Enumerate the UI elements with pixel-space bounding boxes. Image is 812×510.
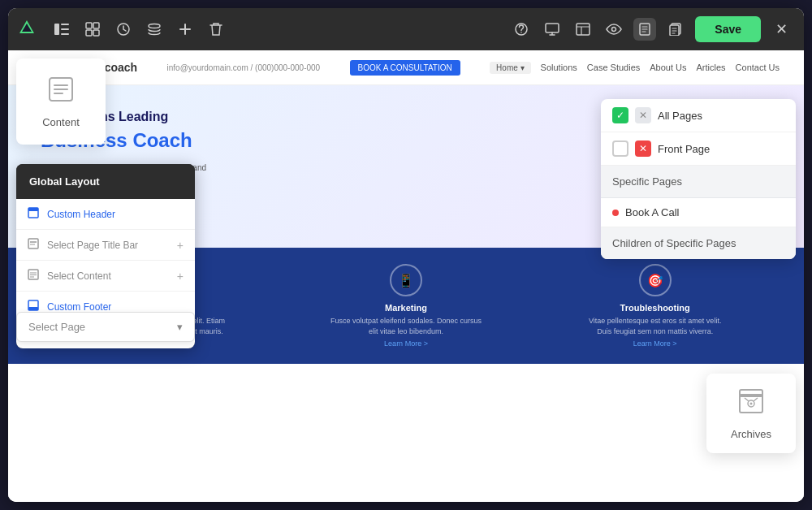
- svg-rect-7: [93, 23, 99, 28]
- svg-rect-38: [28, 208, 38, 211]
- content-panel: Content: [16, 58, 106, 145]
- svg-rect-15: [577, 24, 590, 35]
- service-troubleshooting: 🎯 Troubleshooting Vitae pellentesque est…: [538, 264, 771, 348]
- front-page-check-icon: [612, 140, 628, 157]
- gl-page-title-label: Select Page Title Bar: [47, 240, 169, 251]
- svg-line-53: [754, 398, 758, 401]
- add-icon[interactable]: [174, 18, 197, 41]
- book-a-call-label: Book A Call: [625, 206, 680, 218]
- dp-children-section[interactable]: Children of Specific Pages: [601, 227, 796, 259]
- marketing-icon: 📱: [390, 264, 422, 296]
- svg-line-52: [745, 398, 749, 401]
- book-a-call-bullet-icon: [612, 210, 619, 216]
- nav-contact[interactable]: Contact Us: [736, 63, 780, 72]
- content-layout-icon: [28, 269, 39, 283]
- nav-articles[interactable]: Articles: [697, 63, 726, 72]
- troubleshooting-icon: 🎯: [639, 264, 672, 296]
- gl-item-select-content[interactable]: Select Content +: [16, 261, 195, 292]
- layers-icon[interactable]: [143, 18, 166, 41]
- gl-select-content-plus[interactable]: +: [177, 270, 184, 283]
- toolbar-right: Save ✕: [510, 16, 794, 42]
- gl-custom-footer-label: Custom Footer: [47, 301, 184, 313]
- svg-rect-47: [28, 307, 38, 310]
- nav-home[interactable]: Home ▾: [490, 62, 530, 74]
- content-panel-label: Content: [32, 116, 89, 128]
- all-pages-check-icon: ✓: [612, 107, 628, 123]
- svg-rect-9: [93, 30, 99, 36]
- gl-header: Global Layout: [16, 164, 195, 199]
- sidebar-toggle-icon[interactable]: [50, 18, 73, 41]
- save-button[interactable]: Save: [695, 16, 761, 42]
- service-desc-2: Vitae pellentesque est eros sit amet vel…: [538, 316, 771, 336]
- dp-book-a-call-row[interactable]: Book A Call: [601, 198, 796, 227]
- svg-point-16: [612, 28, 616, 32]
- service-desc-1: Fusce volutpat eleifend sodales. Donec c…: [290, 316, 523, 336]
- main-window: Save ✕ ✓ businesscoach info@yourdomain.c…: [8, 8, 804, 502]
- all-pages-label: All Pages: [658, 110, 784, 122]
- svg-rect-5: [61, 33, 69, 35]
- dp-front-page-row[interactable]: ✕ Front Page: [601, 132, 796, 166]
- svg-point-11: [149, 24, 160, 28]
- gl-item-page-title[interactable]: Select Page Title Bar +: [16, 230, 195, 261]
- svg-rect-8: [86, 30, 92, 36]
- history-icon[interactable]: [112, 18, 135, 41]
- nav-about[interactable]: About Us: [650, 63, 686, 72]
- archives-label: Archives: [719, 428, 783, 440]
- svg-rect-6: [86, 23, 92, 28]
- archives-icon: [719, 387, 783, 421]
- title-layout-icon: [28, 238, 39, 252]
- header-layout-icon: [28, 207, 39, 221]
- service-link-2[interactable]: Learn More >: [538, 339, 771, 348]
- gl-select-content-label: Select Content: [47, 270, 169, 282]
- svg-rect-39: [28, 239, 38, 249]
- svg-rect-2: [54, 24, 59, 35]
- close-button[interactable]: ✕: [769, 17, 794, 41]
- site-nav-links: Home ▾ Solutions Case Studies About Us A…: [490, 62, 780, 74]
- site-nav: ✓ businesscoach info@yourdomain.com / (0…: [8, 50, 804, 85]
- svg-rect-4: [61, 28, 69, 30]
- service-link-1[interactable]: Learn More >: [290, 339, 523, 348]
- preview-icon[interactable]: [603, 18, 625, 41]
- aruba-logo[interactable]: [18, 19, 36, 41]
- svg-point-51: [750, 403, 753, 405]
- archives-card[interactable]: Archives: [706, 374, 796, 453]
- layout-icon[interactable]: [572, 18, 594, 41]
- select-page-dropdown[interactable]: Select Page ▾: [16, 312, 195, 342]
- front-page-close-icon: ✕: [635, 140, 651, 157]
- nav-solutions[interactable]: Solutions: [541, 63, 577, 72]
- service-marketing: 📱 Marketing Fusce volutpat eleifend soda…: [290, 264, 523, 348]
- select-page-chevron-icon: ▾: [177, 321, 183, 333]
- delete-icon[interactable]: [205, 18, 227, 41]
- svg-rect-3: [61, 24, 69, 25]
- help-icon[interactable]: [510, 18, 533, 41]
- gl-page-title-plus[interactable]: +: [177, 239, 184, 252]
- pages-icon[interactable]: [664, 18, 687, 41]
- content-area: ✓ businesscoach info@yourdomain.com / (0…: [8, 50, 804, 502]
- dropdown-panel: ✓ ✕ All Pages ✕ Front Page Specific Page…: [601, 99, 796, 259]
- service-title-2: Troubleshooting: [538, 303, 771, 313]
- svg-rect-14: [546, 24, 559, 32]
- consult-button[interactable]: BOOK A CONSULTATION: [350, 60, 460, 76]
- front-page-label: Front Page: [658, 143, 784, 155]
- all-pages-close-icon: ✕: [635, 107, 651, 123]
- page-icon[interactable]: [633, 18, 656, 41]
- gl-custom-header-label: Custom Header: [47, 209, 184, 220]
- dp-specific-pages-section[interactable]: Specific Pages: [601, 166, 796, 198]
- dp-all-pages-row[interactable]: ✓ ✕ All Pages: [601, 99, 796, 132]
- template-icon[interactable]: [81, 18, 104, 41]
- svg-point-13: [520, 32, 522, 33]
- service-title-1: Marketing: [290, 303, 523, 313]
- content-panel-icon: [32, 75, 89, 110]
- nav-case-studies[interactable]: Case Studies: [587, 63, 640, 72]
- toolbar: Save ✕: [8, 8, 804, 50]
- site-contact: info@yourdomain.com / (000)000-000-000: [167, 63, 321, 72]
- select-page-placeholder: Select Page: [28, 321, 85, 333]
- gl-item-custom-header[interactable]: Custom Header: [16, 199, 195, 230]
- monitor-icon[interactable]: [541, 18, 564, 41]
